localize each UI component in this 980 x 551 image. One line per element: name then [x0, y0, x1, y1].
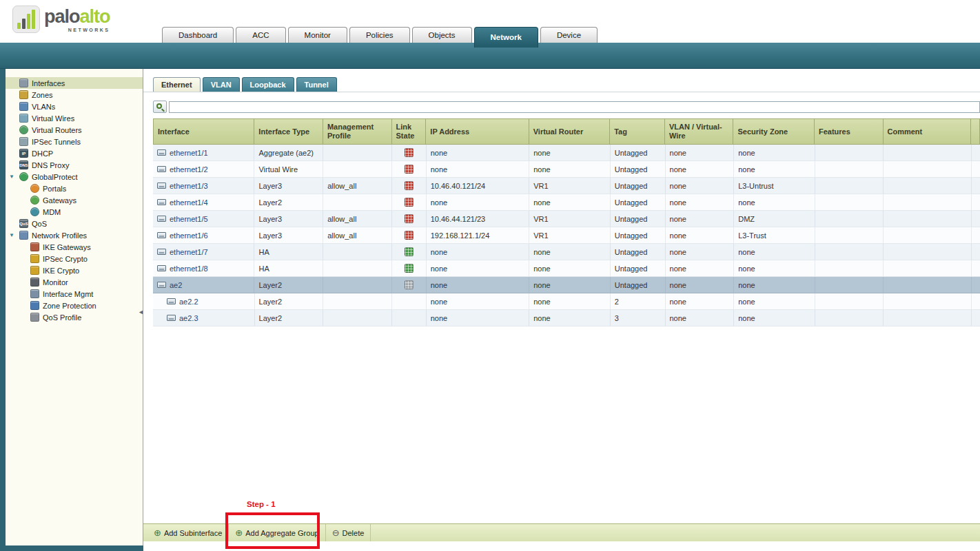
- interface-link[interactable]: ethernet1/8: [170, 264, 208, 273]
- sidebar-item-label: Zone Protection: [43, 302, 96, 310]
- sidebar-item-ike-gateways[interactable]: IKE Gateways: [6, 241, 143, 253]
- sidebar-item-ipsec-crypto[interactable]: IPSec Crypto: [6, 253, 143, 264]
- table-row[interactable]: ethernet1/4Layer2nonenoneUntaggednonenon…: [153, 194, 980, 211]
- sidebar-item-network-profiles[interactable]: ▼Network Profiles: [6, 229, 143, 241]
- cell-type: Virtual Wire: [254, 161, 323, 177]
- cell-vlan: none: [666, 227, 735, 243]
- search-button[interactable]: [153, 101, 167, 113]
- sidebar-item-label: IKE Crypto: [43, 267, 79, 275]
- table-row[interactable]: ethernet1/7HAnonenoneUntaggednonenone: [153, 244, 980, 260]
- sidebar-item-mdm[interactable]: MDM: [6, 206, 143, 218]
- sidebar-item-ipsec-tunnels[interactable]: IPSec Tunnels: [6, 136, 143, 147]
- cell-mgmt: [323, 145, 392, 160]
- column-header-features[interactable]: Features: [815, 118, 884, 145]
- table-row[interactable]: ae2Layer2nonenoneUntaggednonenone: [153, 277, 980, 293]
- cell-type: HA: [254, 244, 323, 260]
- cell-link: [392, 178, 427, 194]
- delete-button[interactable]: ⊖ Delete: [326, 524, 371, 541]
- sidebar-item-virtual-routers[interactable]: Virtual Routers: [6, 124, 143, 136]
- sidebar-item-interface-mgmt[interactable]: Interface Mgmt: [6, 288, 143, 300]
- subtab-loopback[interactable]: Loopback: [242, 77, 294, 92]
- table-row[interactable]: ethernet1/2Virtual WirenonenoneUntaggedn…: [153, 161, 980, 178]
- nav-tab-device[interactable]: Device: [540, 27, 598, 43]
- cell-tag: Untagged: [611, 244, 666, 260]
- interface-link[interactable]: ethernet1/6: [170, 231, 208, 240]
- table-row[interactable]: ae2.2Layer2nonenone2nonenone: [153, 293, 980, 310]
- nav-tab-monitor[interactable]: Monitor: [288, 27, 347, 43]
- column-header-interface[interactable]: Interface: [153, 118, 254, 145]
- cell-interface: ethernet1/6: [153, 227, 254, 243]
- sidebar-item-dns-proxy[interactable]: DNSDNS Proxy: [6, 159, 143, 171]
- column-header-vlan-virtual-wire[interactable]: VLAN / Virtual-Wire: [665, 118, 734, 145]
- gateways-icon: [30, 196, 39, 205]
- table-row[interactable]: ethernet1/6Layer3allow_all192.168.121.1/…: [153, 227, 980, 244]
- interface-link[interactable]: ae2.2: [179, 298, 198, 306]
- interface-link[interactable]: ethernet1/1: [170, 149, 208, 157]
- sidebar-item-qos[interactable]: QoSQoS: [6, 218, 143, 229]
- cell-zone: none: [734, 310, 815, 326]
- interface-link[interactable]: ethernet1/4: [170, 198, 208, 207]
- subtab-tunnel[interactable]: Tunnel: [296, 77, 337, 92]
- interface-link[interactable]: ethernet1/2: [170, 165, 208, 174]
- subtab-ethernet[interactable]: Ethernet: [153, 77, 201, 92]
- expand-arrow-icon[interactable]: ▼: [9, 232, 14, 238]
- sidebar-item-dhcp[interactable]: IPDHCP: [6, 147, 143, 159]
- add-aggregate-group-button[interactable]: ⊕ Add Aggregate Group: [229, 524, 325, 541]
- interface-link[interactable]: ethernet1/5: [170, 215, 208, 223]
- column-header-tag[interactable]: Tag: [610, 118, 665, 145]
- column-header-comment[interactable]: Comment: [884, 118, 971, 145]
- sidebar-item-label: IKE Gateways: [43, 243, 91, 251]
- sidebar-item-monitor[interactable]: Monitor: [6, 276, 143, 288]
- table-row[interactable]: ethernet1/8HAnonenoneUntaggednonenone: [153, 260, 980, 277]
- table-row[interactable]: ethernet1/1Aggregate (ae2)nonenoneUntagg…: [153, 145, 980, 161]
- interface-link[interactable]: ethernet1/3: [170, 182, 208, 190]
- sidebar-collapse-handle[interactable]: ◄: [138, 309, 144, 315]
- column-header-link-state[interactable]: Link State: [392, 118, 427, 145]
- interface-link[interactable]: ae2: [170, 281, 182, 289]
- cell-interface: ethernet1/5: [153, 211, 254, 227]
- cell-vlan: none: [666, 161, 735, 177]
- top-header: paloalto NETWORKS DashboardACCMonitorPol…: [0, 0, 980, 43]
- expand-arrow-icon[interactable]: ▼: [9, 174, 14, 180]
- cell-tag: Untagged: [611, 277, 666, 293]
- sidebar-item-portals[interactable]: Portals: [6, 183, 143, 194]
- subtab-vlan[interactable]: VLAN: [203, 77, 240, 92]
- nav-tab-acc[interactable]: ACC: [236, 27, 285, 43]
- sidebar-item-vlans[interactable]: VLANs: [6, 101, 143, 112]
- table-row[interactable]: ae2.3Layer2nonenone3nonenone: [153, 310, 980, 326]
- sidebar-item-globalprotect[interactable]: ▼GlobalProtect: [6, 171, 143, 183]
- column-header-virtual-router[interactable]: Virtual Router: [529, 118, 611, 145]
- paloalto-logo: paloalto NETWORKS: [12, 6, 110, 33]
- sidebar-item-ike-crypto[interactable]: IKE Crypto: [6, 264, 143, 276]
- cell-features: [815, 194, 884, 210]
- cell-type: Layer2: [254, 277, 323, 293]
- column-header-security-zone[interactable]: Security Zone: [733, 118, 815, 145]
- cell-vr: none: [529, 145, 611, 160]
- vlans-icon: [19, 102, 28, 111]
- add-aggregate-group-label: Add Aggregate Group: [245, 529, 318, 537]
- table-row[interactable]: ethernet1/3Layer3allow_all10.46.40.121/2…: [153, 178, 980, 194]
- nav-tab-policies[interactable]: Policies: [349, 27, 410, 43]
- sidebar-item-zones[interactable]: Zones: [6, 89, 143, 101]
- cell-tag: Untagged: [611, 178, 666, 194]
- sidebar-item-qos-profile[interactable]: QoS Profile: [6, 311, 143, 323]
- nav-tab-dashboard[interactable]: Dashboard: [162, 27, 234, 43]
- interface-link[interactable]: ethernet1/7: [170, 248, 208, 256]
- filter-input[interactable]: [169, 101, 980, 113]
- column-header-management-profile[interactable]: Management Profile: [323, 118, 392, 145]
- sidebar-item-virtual-wires[interactable]: Virtual Wires: [6, 112, 143, 124]
- table-row[interactable]: ethernet1/5Layer3allow_all10.46.44.121/2…: [153, 211, 980, 227]
- column-header-ip-address[interactable]: IP Address: [426, 118, 529, 145]
- sidebar-item-gateways[interactable]: Gateways: [6, 194, 143, 206]
- cell-mgmt: [323, 293, 392, 309]
- add-subinterface-button[interactable]: ⊕ Add Subinterface: [147, 524, 229, 541]
- nav-tab-network[interactable]: Network: [474, 27, 538, 48]
- column-header-interface-type[interactable]: Interface Type: [254, 118, 323, 145]
- dhcp-icon: IP: [19, 149, 28, 158]
- nav-tab-objects[interactable]: Objects: [412, 27, 472, 43]
- sidebar-item-interfaces[interactable]: Interfaces: [6, 77, 143, 89]
- sidebar-item-zone-protection[interactable]: Zone Protection: [6, 300, 143, 311]
- interface-link[interactable]: ae2.3: [179, 314, 198, 322]
- cell-features: [815, 260, 884, 276]
- table-header-row: InterfaceInterface TypeManagement Profil…: [153, 118, 980, 145]
